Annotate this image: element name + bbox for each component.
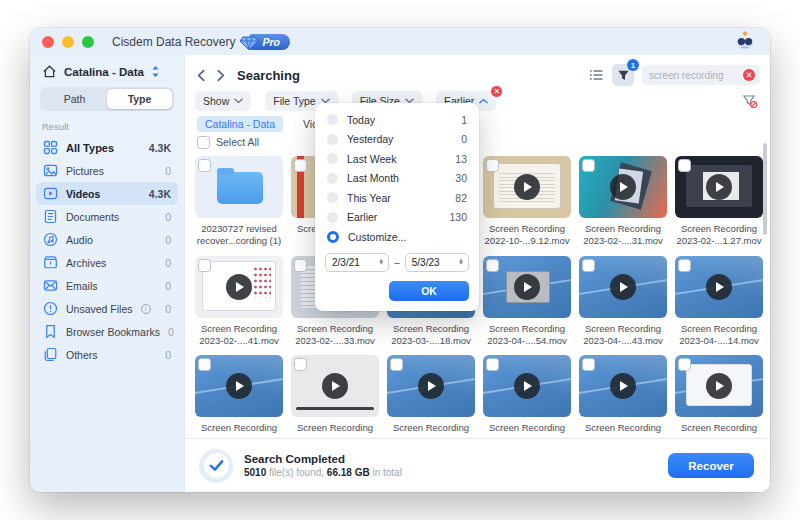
search-input[interactable]	[649, 70, 743, 81]
file-thumbnail[interactable]	[387, 355, 475, 417]
file-card[interactable]: Screen Recording 2023-02-....41.mov	[195, 256, 283, 348]
sidebar-item-label: Audio	[66, 234, 93, 246]
play-icon	[610, 274, 636, 300]
file-thumbnail[interactable]	[483, 156, 571, 218]
file-thumbnail[interactable]	[483, 355, 571, 417]
file-checkbox[interactable]	[198, 159, 211, 172]
file-checkbox[interactable]	[486, 358, 499, 371]
file-name: Screen Recording 2022-10-...9.12.mov	[483, 223, 571, 248]
sidebar-item[interactable]: Videos i 4.3K	[36, 182, 178, 205]
dropdown-option[interactable]: Last Month 30	[315, 169, 479, 189]
sidebar-item[interactable]: Audio i 0	[36, 228, 178, 251]
file-thumbnail[interactable]	[195, 256, 283, 318]
file-checkbox[interactable]	[582, 259, 595, 272]
file-thumbnail[interactable]	[579, 156, 667, 218]
file-thumbnail[interactable]	[483, 256, 571, 318]
file-card[interactable]: Screen Recording 2023-04-....05.mov	[483, 355, 571, 438]
sidebar-item[interactable]: Pictures i 0	[36, 159, 178, 182]
file-card[interactable]: Screen Recording 2022-10-...9.12.mov	[483, 156, 571, 248]
zoom-window-button[interactable]	[82, 36, 94, 48]
file-checkbox[interactable]	[486, 259, 499, 272]
sidebar-item[interactable]: Browser Bookmarks i 0	[36, 320, 178, 343]
file-checkbox[interactable]	[582, 358, 595, 371]
filter-button[interactable]: Show ✕	[195, 91, 251, 111]
clear-filters-icon[interactable]	[742, 94, 758, 109]
file-thumbnail[interactable]	[579, 355, 667, 417]
sidebar-item[interactable]: Archives i 0	[36, 251, 178, 274]
file-thumbnail[interactable]	[675, 355, 763, 417]
segment-tab[interactable]: Type	[107, 89, 172, 109]
dropdown-option[interactable]: Earlier 130	[315, 208, 479, 228]
file-checkbox[interactable]	[678, 159, 691, 172]
sidebar-item-label: Emails	[66, 280, 98, 292]
file-checkbox[interactable]	[294, 259, 307, 272]
remove-filter-badge[interactable]: ✕	[490, 85, 503, 98]
file-name: Screen Recording 2023-02-....31.mov	[579, 223, 667, 248]
file-card[interactable]: Screen Recording 2023-04-....14.mov	[675, 256, 763, 348]
file-card[interactable]: Screen Recording 2023-04-....37.mov	[291, 355, 379, 438]
all-types-icon	[43, 140, 58, 155]
forward-button[interactable]	[214, 69, 227, 82]
file-checkbox[interactable]	[294, 159, 307, 172]
sidebar-item-label: Documents	[66, 211, 119, 223]
file-thumbnail[interactable]	[675, 156, 763, 218]
date-from-input[interactable]: 2/3/21 ▲▼	[325, 253, 389, 272]
sidebar-item[interactable]: Emails i 0	[36, 274, 178, 297]
file-thumbnail[interactable]	[195, 156, 283, 218]
dropdown-option[interactable]: Yesterday 0	[315, 130, 479, 150]
drive-selector[interactable]: Catalina - Data	[30, 55, 184, 84]
sidebar-item[interactable]: All Types i 4.3K	[36, 136, 178, 159]
file-checkbox[interactable]	[198, 259, 211, 272]
sidebar-item[interactable]: Others i 0	[36, 343, 178, 366]
file-card[interactable]: 20230727 revised recover...cording (1)	[195, 156, 283, 248]
sidebar-item-label: Unsaved Files	[66, 303, 133, 315]
file-thumbnail[interactable]	[579, 256, 667, 318]
date-to-input[interactable]: 5/3/23 ▲▼	[405, 253, 469, 272]
drive-stepper-icon[interactable]	[151, 65, 160, 78]
search-field[interactable]: ✕	[642, 65, 760, 85]
dropdown-option[interactable]: Today 1	[315, 110, 479, 130]
select-all-checkbox[interactable]	[197, 136, 210, 149]
segment-tab[interactable]: Path	[42, 89, 107, 109]
dropdown-option[interactable]: Last Week 13	[315, 149, 479, 169]
file-checkbox[interactable]	[198, 358, 211, 371]
file-checkbox[interactable]	[390, 358, 403, 371]
file-checkbox[interactable]	[582, 159, 595, 172]
close-window-button[interactable]	[42, 36, 54, 48]
dropdown-option[interactable]: This Year 82	[315, 188, 479, 208]
file-card[interactable]: Screen Recording 2023-02-...1.27.mov	[675, 156, 763, 248]
file-card[interactable]: Screen Recording 2023-04-....43.mov	[387, 355, 475, 438]
file-checkbox[interactable]	[486, 159, 499, 172]
file-thumbnail[interactable]	[675, 256, 763, 318]
scrollbar-thumb[interactable]	[763, 143, 767, 235]
file-card[interactable]: Screen Recording 2023-04-....05.mov	[675, 355, 763, 438]
file-thumbnail[interactable]	[291, 355, 379, 417]
file-checkbox[interactable]	[678, 358, 691, 371]
breadcrumb-chip[interactable]: Catalina - Data	[197, 116, 283, 132]
assistant-mascot-icon[interactable]	[732, 30, 758, 54]
sidebar-item-count: 0	[165, 303, 171, 315]
filter-funnel-button[interactable]: 1	[612, 64, 634, 86]
dropdown-option[interactable]: Customize...	[315, 227, 479, 247]
file-card[interactable]: Screen Recording 2023-04-....54.mov	[483, 256, 571, 348]
list-view-icon[interactable]	[588, 67, 604, 83]
file-name: Screen Recording 2023-04-....14.mov	[675, 323, 763, 348]
file-checkbox[interactable]	[294, 358, 307, 371]
file-card[interactable]: Screen Recording 2023-04-....07.mov	[579, 355, 667, 438]
file-card[interactable]: Screen Recording 2023-02-....31.mov	[579, 156, 667, 248]
ok-button[interactable]: OK	[389, 281, 469, 301]
file-checkbox[interactable]	[678, 259, 691, 272]
clear-search-icon[interactable]: ✕	[743, 69, 755, 81]
sidebar-item[interactable]: Documents i 0	[36, 205, 178, 228]
sidebar-item-label: Pictures	[66, 165, 104, 177]
file-thumbnail[interactable]	[195, 355, 283, 417]
sidebar-item[interactable]: Unsaved Files i 0	[36, 297, 178, 320]
minimize-window-button[interactable]	[62, 36, 74, 48]
stepper-icon[interactable]: ▲▼	[378, 259, 384, 266]
file-card[interactable]: Screen Recording 2023-04-....26.mov	[195, 355, 283, 438]
file-card[interactable]: Screen Recording 2023-04-....43.mov	[579, 256, 667, 348]
play-icon	[514, 373, 540, 399]
recover-button[interactable]: Recover	[668, 453, 754, 478]
back-button[interactable]	[195, 69, 208, 82]
stepper-icon[interactable]: ▲▼	[458, 259, 464, 266]
